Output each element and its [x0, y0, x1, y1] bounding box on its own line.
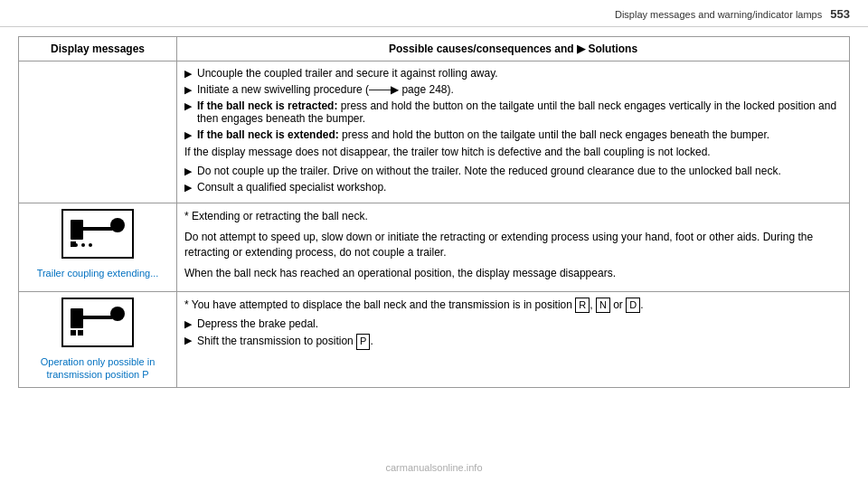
svg-rect-7 — [71, 308, 83, 328]
col-header-causes: Possible causes/consequences and ▶ Solut… — [177, 37, 850, 61]
bullet-arrow: ▶ — [184, 182, 192, 194]
text-block: * You have attempted to displace the bal… — [184, 298, 842, 313]
display-cell-extending: Trailer coupling extending... — [19, 203, 177, 292]
display-cell-empty — [19, 61, 177, 203]
bullet-arrow: ▶ — [184, 100, 192, 112]
kbd-p: P — [356, 334, 370, 349]
bullet-text: If the ball neck is extended: press and … — [197, 128, 842, 141]
bullet-item: ▶ Depress the brake pedal. — [184, 317, 842, 330]
bullet-text: Depress the brake pedal. — [197, 317, 842, 330]
bullet-text: If the ball neck is retracted: press and… — [197, 99, 842, 125]
col-header-display: Display messages — [19, 37, 177, 61]
bullet-text: Shift the transmission to position P. — [197, 334, 842, 349]
page-header: Display messages and warning/indicator l… — [0, 0, 868, 27]
causes-cell-operation: * You have attempted to displace the bal… — [177, 291, 850, 387]
svg-rect-11 — [78, 330, 83, 336]
text-block: Do not attempt to speed up, slow down or… — [184, 230, 842, 261]
watermark: carmanualsonline.info — [385, 462, 482, 473]
bullet-text: Initiate a new swivelling procedure (——▶… — [197, 83, 842, 96]
table-row: Trailer coupling extending... * Extendin… — [19, 203, 850, 292]
main-table: Display messages Possible causes/consequ… — [18, 36, 850, 388]
bullet-item: ▶ Shift the transmission to position P. — [184, 334, 842, 349]
bullet-item: ▶ If the ball neck is retracted: press a… — [184, 99, 842, 125]
kbd-d: D — [626, 298, 640, 313]
svg-rect-0 — [71, 220, 83, 240]
bullet-arrow: ▶ — [184, 335, 192, 346]
bullet-arrow: ▶ — [184, 84, 192, 96]
bullet-text: Consult a qualified specialist workshop. — [197, 181, 842, 194]
bullet-item: ▶ If the ball neck is extended: press an… — [184, 128, 842, 141]
text-block: When the ball neck has reached an operat… — [184, 266, 842, 281]
bullet-item: ▶ Do not couple up the trailer. Drive on… — [184, 165, 842, 177]
operation-icon-svg — [63, 299, 136, 349]
header-title: Display messages and warning/indicator l… — [615, 9, 822, 20]
kbd-n: N — [596, 298, 610, 313]
causes-cell-uncouple: ▶ Uncouple the coupled trailer and secur… — [177, 61, 850, 203]
display-cell-operation: Operation only possible in transmission … — [19, 291, 177, 387]
bullet-text: Do not couple up the trailer. Drive on w… — [197, 165, 842, 177]
svg-point-4 — [81, 243, 85, 247]
svg-point-2 — [110, 218, 125, 232]
bullet-text: Uncouple the coupled trailer and secure … — [197, 67, 842, 80]
trailer-icon-svg — [63, 211, 136, 260]
bullet-item: ▶ Uncouple the coupled trailer and secur… — [184, 67, 842, 80]
trailer-extending-icon — [61, 209, 134, 259]
bullet-arrow: ▶ — [184, 165, 192, 177]
svg-rect-6 — [71, 241, 76, 247]
bullet-arrow: ▶ — [184, 318, 192, 330]
kbd-r: R — [575, 298, 590, 313]
operation-icon — [61, 298, 134, 347]
bullet-arrow: ▶ — [184, 68, 192, 80]
text-block: If the display message does not disappea… — [184, 145, 842, 160]
causes-cell-extending: * Extending or retracting the ball neck.… — [177, 203, 850, 292]
bullet-item: ▶ Consult a qualified specialist worksho… — [184, 181, 842, 194]
svg-rect-10 — [71, 330, 76, 336]
bullet-arrow: ▶ — [184, 129, 192, 141]
extending-icon-label: Trailer coupling extending... — [26, 267, 169, 279]
operation-icon-label: Operation only possible in transmission … — [26, 355, 169, 382]
bullet-item: ▶ Initiate a new swivelling procedure (—… — [184, 83, 842, 96]
text-block: * Extending or retracting the ball neck. — [184, 209, 842, 224]
svg-point-9 — [110, 307, 125, 321]
table-row: Operation only possible in transmission … — [19, 291, 850, 387]
table-row: ▶ Uncouple the coupled trailer and secur… — [19, 61, 850, 203]
svg-point-5 — [89, 243, 92, 247]
page-number: 553 — [830, 7, 850, 21]
